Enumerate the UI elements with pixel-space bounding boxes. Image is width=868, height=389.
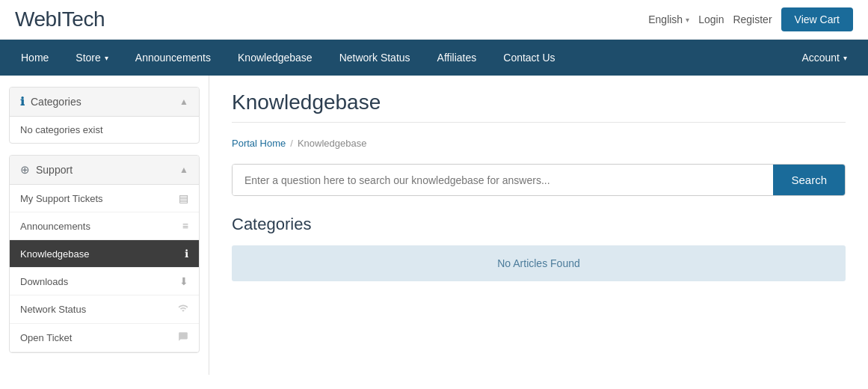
nav-right: Account ▾ bbox=[788, 40, 861, 76]
support-chevron[interactable]: ▲ bbox=[179, 165, 188, 175]
top-right-actions: English ▾ Login Register View Cart bbox=[648, 7, 853, 31]
no-categories-text: No categories exist bbox=[10, 117, 199, 143]
categories-chevron[interactable]: ▲ bbox=[179, 97, 188, 107]
categories-title: Categories bbox=[232, 215, 846, 234]
nav-home[interactable]: Home bbox=[7, 40, 62, 76]
network-status-icon bbox=[178, 303, 188, 316]
sidebar-support-label: Support bbox=[36, 164, 73, 176]
nav-network-status[interactable]: Network Status bbox=[326, 40, 424, 76]
globe-icon: ⊕ bbox=[20, 163, 30, 177]
search-button[interactable]: Search bbox=[773, 165, 845, 195]
nav-announcements[interactable]: Announcements bbox=[122, 40, 224, 76]
search-bar: Search bbox=[232, 164, 846, 196]
sidebar: ℹ Categories ▲ No categories exist ⊕ Sup… bbox=[0, 76, 209, 375]
view-cart-button[interactable]: View Cart bbox=[781, 7, 853, 31]
page-title: Knowledgebase bbox=[232, 91, 846, 114]
sidebar-item-downloads[interactable]: Downloads ⬇ bbox=[10, 268, 199, 295]
site-logo: WebITech bbox=[15, 7, 105, 31]
sidebar-categories-header-left: ℹ Categories bbox=[20, 95, 81, 108]
sidebar-categories-section: ℹ Categories ▲ No categories exist bbox=[9, 87, 200, 144]
sidebar-support-header[interactable]: ⊕ Support ▲ bbox=[10, 156, 199, 185]
language-selector[interactable]: English ▾ bbox=[648, 13, 689, 25]
content-wrapper: ℹ Categories ▲ No categories exist ⊕ Sup… bbox=[0, 76, 868, 375]
breadcrumb-portal-home[interactable]: Portal Home bbox=[232, 138, 286, 149]
sidebar-categories-label: Categories bbox=[31, 96, 81, 108]
nav-knowledgebase[interactable]: Knowledgebase bbox=[224, 40, 326, 76]
nav-left: Home Store ▾ Announcements Knowledgebase… bbox=[7, 40, 569, 76]
sidebar-support-section: ⊕ Support ▲ My Support Tickets ▤ Announc… bbox=[9, 155, 200, 353]
title-divider bbox=[232, 122, 846, 123]
knowledgebase-icon: ℹ bbox=[185, 248, 188, 260]
breadcrumb-separator: / bbox=[290, 138, 293, 149]
tickets-icon: ▤ bbox=[179, 192, 188, 204]
search-input[interactable] bbox=[233, 165, 773, 195]
nav-account[interactable]: Account ▾ bbox=[788, 40, 861, 76]
announcements-icon: ≡ bbox=[182, 220, 188, 232]
sidebar-item-open-ticket[interactable]: Open Ticket bbox=[10, 324, 199, 352]
breadcrumb-current: Knowledgebase bbox=[298, 138, 367, 149]
main-nav: Home Store ▾ Announcements Knowledgebase… bbox=[0, 40, 868, 76]
store-caret: ▾ bbox=[105, 54, 108, 62]
nav-contact-us[interactable]: Contact Us bbox=[490, 40, 568, 76]
sidebar-item-support-tickets[interactable]: My Support Tickets ▤ bbox=[10, 185, 199, 212]
nav-store[interactable]: Store ▾ bbox=[62, 40, 121, 76]
downloads-icon: ⬇ bbox=[179, 275, 188, 287]
language-label: English bbox=[648, 13, 683, 25]
sidebar-item-network-status[interactable]: Network Status bbox=[10, 295, 199, 324]
account-caret: ▾ bbox=[843, 54, 847, 62]
login-link[interactable]: Login bbox=[698, 13, 724, 25]
top-bar: WebITech English ▾ Login Register View C… bbox=[0, 0, 868, 40]
breadcrumb: Portal Home / Knowledgebase bbox=[232, 138, 846, 149]
open-ticket-icon bbox=[178, 331, 188, 344]
sidebar-categories-header[interactable]: ℹ Categories ▲ bbox=[10, 88, 199, 117]
sidebar-item-knowledgebase[interactable]: Knowledgebase ℹ bbox=[10, 240, 199, 268]
info-icon: ℹ bbox=[20, 95, 25, 108]
main-content: Knowledgebase Portal Home / Knowledgebas… bbox=[209, 76, 868, 375]
no-articles-message: No Articles Found bbox=[232, 245, 846, 281]
sidebar-item-announcements[interactable]: Announcements ≡ bbox=[10, 212, 199, 240]
sidebar-support-header-left: ⊕ Support bbox=[20, 163, 73, 177]
nav-affiliates[interactable]: Affiliates bbox=[424, 40, 490, 76]
language-caret: ▾ bbox=[686, 16, 689, 24]
register-link[interactable]: Register bbox=[733, 13, 772, 25]
